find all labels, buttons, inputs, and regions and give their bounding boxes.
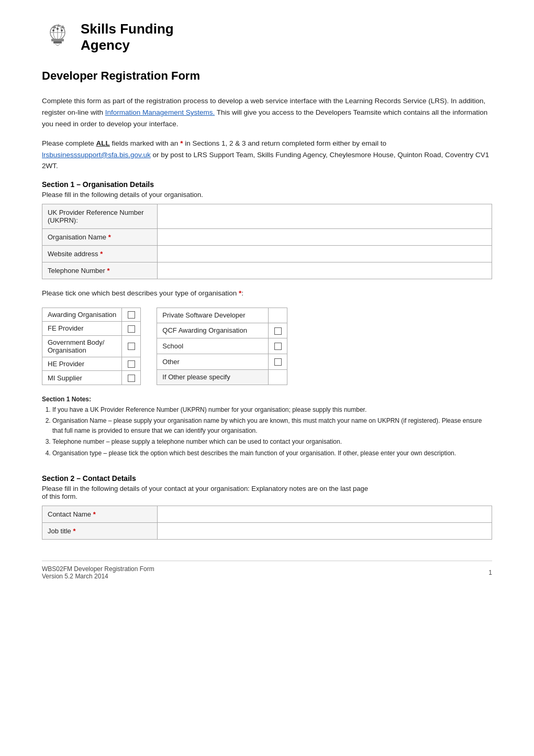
contact-name-input[interactable]	[158, 506, 492, 522]
telephone-label: Telephone Number *	[42, 262, 158, 279]
email-link[interactable]: lrsbusinesssupport@sfa.bis.gov.uk	[42, 151, 151, 159]
table-row: Awarding Organisation	[42, 308, 141, 322]
notes-list: If you have a UK Provider Reference Numb…	[42, 405, 492, 458]
logo-crest-icon	[42, 21, 73, 52]
website-label: Website address *	[42, 245, 158, 262]
other-label: Other	[157, 354, 269, 369]
telephone-input[interactable]	[158, 262, 492, 279]
table-row: Website address *	[42, 245, 492, 262]
section2-title: Section 2 – Contact Details	[42, 474, 492, 483]
header: Skills FundingAgency	[42, 21, 492, 53]
other-checkbox[interactable]	[269, 354, 287, 369]
job-title-label: Job title *	[42, 522, 158, 539]
website-input[interactable]	[158, 245, 492, 262]
list-item: If you have a UK Provider Reference Numb…	[52, 405, 492, 415]
mi-supplier-label: MI Supplier	[42, 371, 122, 385]
qcf-awarding-checkbox[interactable]	[269, 323, 287, 338]
org-type-prompt: Please tick one which best describes you…	[42, 288, 492, 299]
private-software-dev-cell	[269, 308, 287, 323]
if-other-input[interactable]	[269, 369, 287, 385]
intro-para-2: Please complete ALL fields marked with a…	[42, 138, 492, 172]
svg-point-11	[57, 28, 59, 30]
org-type-left-table: Awarding Organisation FE Provider Govern…	[42, 308, 141, 385]
org-name-input[interactable]	[158, 228, 492, 245]
section2-subtitle: Please fill in the following details of …	[42, 485, 492, 500]
table-row: MI Supplier	[42, 371, 141, 385]
page-footer: WBS02FM Developer Registration Form Vers…	[42, 561, 492, 580]
org-type-container: Awarding Organisation FE Provider Govern…	[42, 308, 492, 385]
table-row: Contact Name *	[42, 506, 492, 522]
notes-title: Section 1 Notes:	[42, 396, 492, 403]
ukprn-input[interactable]	[158, 204, 492, 228]
fe-provider-checkbox[interactable]	[122, 322, 141, 336]
list-item: Telephone number – please supply a telep…	[52, 437, 492, 447]
svg-point-10	[52, 29, 54, 31]
section2-form-table: Contact Name * Job title *	[42, 506, 492, 540]
contact-name-label: Contact Name *	[42, 506, 158, 522]
table-row: Job title *	[42, 522, 492, 539]
ukprn-label: UK Provider Reference Number (UKPRN):	[42, 204, 158, 228]
table-row: Government Body/Organisation	[42, 335, 141, 357]
table-row: QCF Awarding Organisation	[157, 323, 287, 338]
table-row: Telephone Number *	[42, 262, 492, 279]
he-provider-checkbox[interactable]	[122, 357, 141, 371]
table-row: If Other please specify	[157, 369, 287, 385]
table-row: Other	[157, 354, 287, 369]
mi-supplier-checkbox[interactable]	[122, 371, 141, 385]
org-type-right-table: Private Software Developer QCF Awarding …	[157, 308, 287, 385]
intro-para-1: Complete this form as part of the regist…	[42, 95, 492, 129]
school-label: School	[157, 338, 269, 354]
awarding-org-label: Awarding Organisation	[42, 308, 122, 322]
svg-rect-8	[51, 39, 64, 41]
private-software-dev-label: Private Software Developer	[157, 308, 269, 323]
list-item: Organisation type – please tick the opti…	[52, 448, 492, 458]
section1-title: Section 1 – Organisation Details	[42, 180, 492, 189]
govt-body-checkbox[interactable]	[122, 335, 141, 357]
section1-form-table: UK Provider Reference Number (UKPRN): Or…	[42, 204, 492, 279]
if-other-label: If Other please specify	[157, 369, 269, 385]
org-name-label: Organisation Name *	[42, 228, 158, 245]
table-row: UK Provider Reference Number (UKPRN):	[42, 204, 492, 228]
section1-subtitle: Please fill in the following details of …	[42, 191, 492, 199]
footer-page-number: 1	[488, 569, 492, 576]
job-title-input[interactable]	[158, 522, 492, 539]
table-row: HE Provider	[42, 357, 141, 371]
table-row: Private Software Developer	[157, 308, 287, 323]
table-row: FE Provider	[42, 322, 141, 336]
svg-rect-9	[53, 41, 62, 43]
table-row: School	[157, 338, 287, 354]
govt-body-label: Government Body/Organisation	[42, 335, 122, 357]
awarding-org-checkbox[interactable]	[122, 308, 141, 322]
table-row: Organisation Name *	[42, 228, 492, 245]
qcf-awarding-label: QCF Awarding Organisation	[157, 323, 269, 338]
org-logo-text: Skills FundingAgency	[81, 21, 174, 53]
list-item: Organisation Name – please supply your o…	[52, 416, 492, 436]
he-provider-label: HE Provider	[42, 357, 122, 371]
page-title: Developer Registration Form	[42, 69, 492, 83]
svg-point-12	[61, 29, 63, 31]
fe-provider-label: FE Provider	[42, 322, 122, 336]
footer-left: WBS02FM Developer Registration Form Vers…	[42, 565, 154, 580]
school-checkbox[interactable]	[269, 338, 287, 354]
info-management-link[interactable]: Information Management Systems.	[105, 108, 215, 116]
section1-notes: Section 1 Notes: If you have a UK Provid…	[42, 396, 492, 458]
